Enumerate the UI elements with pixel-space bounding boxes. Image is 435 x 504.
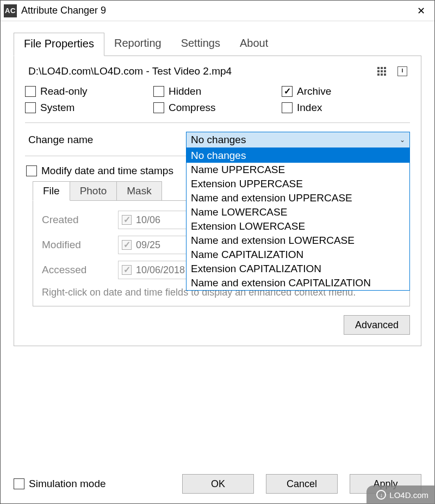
checkbox-label: System (40, 102, 74, 114)
checkbox-label: Index (297, 102, 322, 114)
checkbox-archive[interactable]: Archive (282, 85, 410, 97)
checkbox-hidden[interactable]: Hidden (153, 85, 282, 97)
checkbox-icon (122, 215, 132, 225)
dropdown-option[interactable]: No changes (187, 149, 409, 163)
tab-settings[interactable]: Settings (171, 33, 230, 56)
app-icon: AC (4, 4, 17, 17)
file-path: D:\LO4D.com\LO4D.com - Test Video 2.mp4 (25, 65, 369, 77)
tab-mask[interactable]: Mask (117, 181, 161, 201)
dropdown-option[interactable]: Name LOWERCASE (187, 205, 409, 219)
checkbox-icon (153, 102, 164, 113)
copyright-icon: ↓ (376, 490, 386, 500)
dropdown-list: No changes Name UPPERCASE Extension UPPE… (186, 148, 410, 291)
divider (25, 122, 410, 123)
dropdown-option[interactable]: Name and extension UPPERCASE (187, 191, 409, 205)
date-value: 10/06 (136, 214, 160, 226)
close-button[interactable]: ✕ (408, 1, 433, 21)
cancel-button[interactable]: Cancel (266, 474, 338, 494)
dropdown-value: No changes (191, 134, 400, 146)
main-tabs: File Properties Reporting Settings About (14, 32, 421, 56)
tab-photo[interactable]: Photo (70, 181, 117, 201)
date-value: 09/25 (136, 239, 160, 251)
checkbox-compress[interactable]: Compress (153, 102, 282, 114)
grid-view-button[interactable] (374, 65, 389, 78)
tab-reporting[interactable]: Reporting (104, 33, 171, 56)
tab-file[interactable]: File (33, 181, 70, 201)
checkbox-label: Modify date and time stamps (41, 165, 173, 177)
window-title: Attribute Changer 9 (21, 5, 408, 16)
modified-label: Modified (42, 239, 113, 251)
change-name-dropdown[interactable]: No changes ⌄ No changes Name UPPERCASE E… (186, 132, 410, 148)
checkbox-icon (122, 240, 132, 250)
file-properties-pane: D:\LO4D.com\LO4D.com - Test Video 2.mp4 … (14, 56, 421, 346)
created-label: Created (42, 214, 113, 226)
checkbox-icon (14, 478, 24, 489)
titlebar: AC Attribute Changer 9 ✕ (1, 1, 434, 21)
clock-button[interactable] (395, 65, 410, 78)
accessed-label: Accessed (42, 264, 113, 276)
dropdown-option[interactable]: Extension LOWERCASE (187, 219, 409, 233)
checkbox-label: Hidden (169, 85, 201, 97)
checkbox-icon (122, 265, 132, 275)
dropdown-option[interactable]: Extension UPPERCASE (187, 177, 409, 191)
checkbox-label: Compress (169, 102, 216, 114)
checkbox-system[interactable]: System (25, 102, 153, 114)
checkbox-simulation-mode[interactable]: Simulation mode (14, 478, 106, 490)
tab-about[interactable]: About (230, 33, 278, 56)
dropdown-option[interactable]: Extension CAPITALIZATION (187, 262, 409, 276)
checkbox-icon (25, 86, 36, 97)
ok-button[interactable]: OK (182, 474, 254, 494)
date-value: 10/06/2018 (136, 265, 185, 276)
dropdown-option[interactable]: Name CAPITALIZATION (187, 248, 409, 262)
dropdown-option[interactable]: Name and extension CAPITALIZATION (187, 276, 409, 290)
advanced-button[interactable]: Advanced (344, 315, 410, 335)
watermark: ↓ LO4D.com (366, 485, 435, 504)
checkbox-label: Simulation mode (29, 478, 106, 490)
checkbox-icon (26, 165, 37, 176)
checkbox-index[interactable]: Index (282, 102, 410, 114)
tab-file-properties[interactable]: File Properties (14, 33, 104, 56)
checkbox-label: Read-only (40, 85, 88, 97)
checkbox-read-only[interactable]: Read-only (25, 85, 153, 97)
checkbox-icon (153, 86, 164, 97)
change-name-label: Change name (25, 134, 186, 146)
watermark-text: LO4D.com (389, 490, 428, 500)
checkbox-icon (282, 102, 293, 113)
grid-icon (377, 67, 386, 76)
dropdown-option[interactable]: Name UPPERCASE (187, 163, 409, 177)
checkbox-icon (282, 86, 293, 97)
chevron-down-icon: ⌄ (400, 136, 405, 144)
dropdown-option[interactable]: Name and extension LOWERCASE (187, 233, 409, 248)
checkbox-icon (25, 102, 36, 113)
checkbox-label: Archive (297, 85, 331, 97)
clock-icon (397, 66, 407, 76)
close-icon: ✕ (417, 5, 425, 17)
